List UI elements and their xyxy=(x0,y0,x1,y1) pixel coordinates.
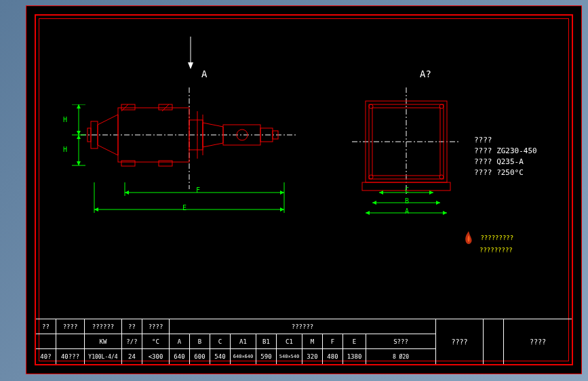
sub-s10: C1 xyxy=(277,334,302,348)
svg-point-29 xyxy=(439,104,444,108)
dim-label-f: F xyxy=(196,186,200,194)
notes-l2-val: Q235-A xyxy=(496,157,524,166)
sub-s1 xyxy=(56,334,85,348)
hdr-c3: ?? xyxy=(122,319,142,334)
sub-s5: A xyxy=(170,334,190,348)
svg-marker-55 xyxy=(372,201,376,205)
title-r1: ???? xyxy=(436,319,484,364)
svg-marker-57 xyxy=(366,211,370,215)
val-v5: 640 xyxy=(170,349,190,364)
sub-s7: C xyxy=(210,334,231,348)
sub-s2: KW xyxy=(85,334,122,348)
sub-s11: M xyxy=(302,334,323,348)
sub-s4: °C xyxy=(142,334,170,348)
dim-cba xyxy=(359,189,460,230)
hdr-c5: ?????? xyxy=(170,319,435,334)
dim-label-c: C xyxy=(405,186,409,194)
svg-point-31 xyxy=(439,175,444,179)
cad-frame: A A? xyxy=(26,5,582,374)
dim-label-a: A xyxy=(405,207,409,215)
notes-l3-label: ???? xyxy=(474,168,492,177)
svg-rect-7 xyxy=(121,161,135,166)
svg-marker-1 xyxy=(188,62,193,69)
svg-marker-45 xyxy=(94,207,98,212)
section-arrow-a xyxy=(184,37,197,71)
svg-marker-53 xyxy=(379,190,383,195)
svg-rect-8 xyxy=(159,161,172,166)
section-view-label: A? xyxy=(420,68,431,79)
val-v10: 540×540 xyxy=(277,349,302,364)
hdr-c1: ???? xyxy=(56,319,85,334)
title-block: ???? ???? xyxy=(436,319,572,364)
sub-s0 xyxy=(36,334,56,348)
svg-marker-56 xyxy=(436,201,440,205)
svg-point-30 xyxy=(369,175,373,179)
svg-marker-37 xyxy=(77,104,81,108)
notes-l3-val: ?250°C xyxy=(496,168,524,177)
val-v12: 480 xyxy=(323,349,343,364)
val-v13: 1380 xyxy=(343,349,366,364)
svg-marker-46 xyxy=(280,207,284,212)
dim-label-b: B xyxy=(405,197,409,205)
dim-fe xyxy=(87,182,291,223)
val-v1: 40??? xyxy=(56,349,85,364)
val-v3: 24 xyxy=(122,349,142,364)
logo-block: ????????? ????????? xyxy=(460,230,513,254)
sub-s9: B1 xyxy=(256,334,277,348)
val-v8: 640×640 xyxy=(231,349,256,364)
hdr-c0: ?? xyxy=(36,319,56,334)
table-data-row: 40? 40??? Y100L-4/4 24 <300 640 600 540 … xyxy=(36,349,435,364)
svg-rect-6 xyxy=(159,104,172,110)
dim-h xyxy=(68,104,89,206)
flame-icon xyxy=(460,230,477,246)
notes-block: ???? ???? ZG230-450 ???? Q235-A ???? ?25… xyxy=(474,135,537,178)
sub-s3: ?/? xyxy=(122,334,142,348)
svg-point-28 xyxy=(369,104,373,108)
title-r3: ???? xyxy=(504,319,572,364)
hdr-c2: ?????? xyxy=(85,319,122,334)
parameter-table: ?? ???? ?????? ?? ???? ?????? KW ?/? °C … xyxy=(36,319,572,364)
table-subheader-row: KW ?/? °C A B C A1 B1 C1 M F E S??? xyxy=(36,334,435,349)
dim-label-e: E xyxy=(182,204,187,212)
notes-l1-val: ZG230-450 xyxy=(496,146,537,155)
notes-heading: ???? xyxy=(474,135,537,146)
logo-line2: ????????? xyxy=(479,246,513,254)
svg-marker-39 xyxy=(77,135,81,139)
val-v0: 40? xyxy=(36,349,56,364)
sub-s6: B xyxy=(190,334,210,348)
val-v11: 320 xyxy=(302,349,323,364)
val-v14: 8 Ø20 xyxy=(366,349,435,364)
hdr-c4: ???? xyxy=(142,319,170,334)
val-v9: 590 xyxy=(256,349,277,364)
val-v7: 540 xyxy=(210,349,231,364)
logo-line1: ????????? xyxy=(480,235,513,241)
svg-marker-40 xyxy=(77,161,81,165)
val-v2: Y100L-4/4 xyxy=(85,349,122,364)
val-v6: 600 xyxy=(190,349,210,364)
svg-marker-54 xyxy=(429,190,433,195)
table-header-row: ?? ???? ?????? ?? ???? ?????? xyxy=(36,319,435,334)
svg-marker-38 xyxy=(77,131,81,135)
svg-marker-58 xyxy=(443,211,447,215)
sub-s8: A1 xyxy=(231,334,256,348)
title-r2 xyxy=(484,319,504,364)
val-v4: <300 xyxy=(142,349,170,364)
sub-s12: F xyxy=(323,334,343,348)
notes-l1-label: ???? xyxy=(474,146,492,155)
dim-label-h2: H xyxy=(63,146,67,153)
svg-marker-43 xyxy=(125,190,129,195)
notes-l2-label: ???? xyxy=(474,157,492,166)
sub-s13: E xyxy=(343,334,366,348)
section-label-a: A xyxy=(201,68,207,79)
sub-s14: S??? xyxy=(366,334,435,348)
dim-label-h1: H xyxy=(63,116,67,123)
svg-marker-44 xyxy=(280,190,284,195)
